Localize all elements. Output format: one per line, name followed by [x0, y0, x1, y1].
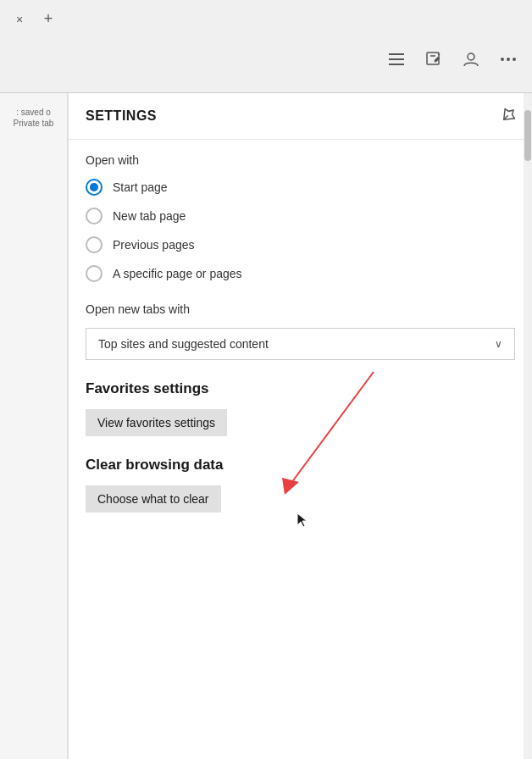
scrollbar-thumb[interactable]: [524, 110, 531, 161]
settings-title: SETTINGS: [86, 108, 157, 124]
new-tabs-selected-option: Top sites and suggested content: [98, 337, 269, 351]
settings-panel: SETTINGS Open with Start page: [68, 93, 532, 759]
open-with-section: Open with Start page New tab page: [86, 153, 515, 282]
radio-previous-pages[interactable]: Previous pages: [86, 236, 515, 253]
svg-point-9: [513, 58, 516, 61]
radio-specific-page[interactable]: A specific page or pages: [86, 265, 515, 282]
open-new-tabs-label: Open new tabs with: [86, 302, 515, 316]
clear-browsing-data-section: Clear browsing data Choose what to clear: [86, 457, 515, 512]
svg-point-7: [501, 58, 504, 61]
mouse-cursor: [296, 512, 309, 529]
svg-rect-2: [389, 64, 404, 65]
left-sidebar: : saved o Private tab: [0, 93, 68, 759]
settings-header: SETTINGS: [69, 93, 532, 140]
view-favorites-settings-button[interactable]: View favorites settings: [86, 409, 227, 436]
radio-start-page-label: Start page: [113, 180, 168, 194]
browser-chrome: × +: [0, 0, 532, 93]
svg-rect-1: [389, 58, 404, 60]
edit-icon[interactable]: [420, 46, 447, 73]
open-with-radio-group: Start page New tab page Previous pages: [86, 179, 515, 282]
svg-rect-0: [389, 53, 404, 55]
pin-icon[interactable]: [496, 104, 519, 128]
svg-point-8: [507, 58, 510, 61]
scrollbar-track[interactable]: [524, 93, 532, 759]
choose-what-to-clear-button[interactable]: Choose what to clear: [86, 485, 221, 512]
radio-new-tab-page[interactable]: New tab page: [86, 208, 515, 224]
radio-previous-pages-label: Previous pages: [113, 238, 195, 252]
favorites-heading: Favorites settings: [86, 380, 515, 397]
radio-start-page-circle[interactable]: [86, 179, 103, 196]
radio-new-tab-page-circle[interactable]: [86, 208, 103, 224]
hamburger-menu-icon[interactable]: [383, 46, 410, 73]
radio-specific-page-label: A specific page or pages: [113, 267, 242, 280]
clear-browsing-data-heading: Clear browsing data: [86, 457, 515, 474]
radio-new-tab-page-label: New tab page: [113, 209, 186, 223]
browser-toolbar: [0, 38, 532, 80]
sidebar-text: : saved o Private tab: [14, 107, 54, 129]
radio-previous-pages-circle[interactable]: [86, 236, 103, 253]
main-area: : saved o Private tab SETTINGS Open with: [0, 93, 532, 759]
tab-close-button[interactable]: ×: [7, 7, 32, 32]
open-new-tabs-section: Open new tabs with Top sites and suggest…: [86, 302, 515, 360]
svg-marker-12: [282, 478, 299, 495]
new-tabs-dropdown[interactable]: Top sites and suggested content ∨: [86, 328, 515, 360]
dropdown-chevron-icon: ∨: [495, 338, 502, 350]
svg-point-6: [468, 53, 474, 60]
settings-content: Open with Start page New tab page: [69, 140, 532, 755]
radio-specific-page-circle[interactable]: [86, 265, 103, 282]
open-with-label: Open with: [86, 153, 515, 167]
people-icon[interactable]: [457, 46, 485, 73]
radio-start-page[interactable]: Start page: [86, 179, 515, 196]
tab-bar: × +: [0, 0, 532, 38]
tab-new-button[interactable]: +: [36, 7, 61, 32]
favorites-section: Favorites settings View favorites settin…: [86, 380, 515, 436]
more-options-icon[interactable]: [495, 46, 522, 73]
